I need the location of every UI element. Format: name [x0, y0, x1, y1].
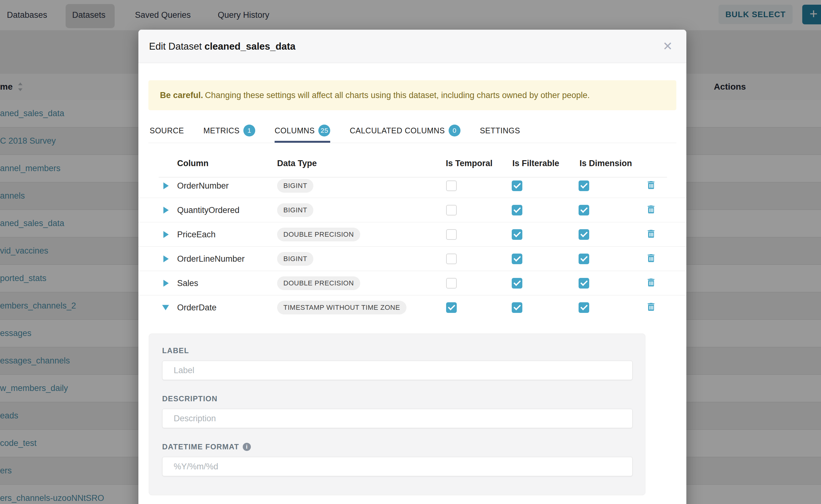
header-column: Column: [177, 149, 209, 177]
is-temporal-checkbox[interactable]: [446, 254, 457, 264]
data-type-pill: BIGINT: [277, 203, 313, 217]
is-dimension-checkbox[interactable]: [579, 180, 589, 191]
delete-column-icon[interactable]: [646, 253, 659, 265]
field-label-text: LABEL: [162, 346, 189, 355]
is-temporal-checkbox[interactable]: [446, 205, 457, 215]
description-input[interactable]: [162, 409, 633, 428]
header-data-type: Data Type: [277, 149, 317, 177]
expand-caret-icon[interactable]: [163, 255, 169, 262]
modal-tabs: SOURCEMETRICS1COLUMNS25CALCULATED COLUMN…: [150, 118, 520, 143]
info-icon[interactable]: i: [243, 443, 251, 451]
warning-banner-text: Changing these settings will affect all …: [205, 91, 590, 100]
is-filterable-checkbox[interactable]: [512, 302, 522, 313]
column-detail-panel: LABELDESCRIPTIONDATETIME FORMATi: [149, 334, 645, 495]
tab-columns[interactable]: COLUMNS25: [274, 118, 330, 143]
data-type-pill: DOUBLE PRECISION: [277, 276, 360, 290]
delete-column-icon[interactable]: [646, 204, 659, 216]
app-root: DatabasesDatasetsSaved QueriesQuery Hist…: [0, 0, 821, 504]
field-label-text: DESCRIPTION: [162, 394, 217, 403]
field-label-label: LABEL: [162, 346, 632, 355]
expand-caret-icon[interactable]: [163, 231, 169, 238]
tab-metrics[interactable]: METRICS1: [203, 118, 255, 143]
is-dimension-checkbox[interactable]: [579, 302, 589, 313]
columns-table-body: OrderNumberBIGINTQuantityOrderedBIGINTPr…: [138, 174, 686, 320]
tab-calculated-columns[interactable]: CALCULATED COLUMNS0: [349, 118, 460, 143]
label-input[interactable]: [162, 361, 633, 380]
tab-label: SETTINGS: [480, 126, 520, 135]
data-type-pill: TIMESTAMP WITHOUT TIME ZONE: [277, 301, 406, 314]
column-row-sales: SalesDOUBLE PRECISION: [138, 271, 686, 295]
tab-label: SOURCE: [150, 126, 184, 135]
field-label-text: DATETIME FORMAT: [162, 442, 239, 451]
expand-caret-icon[interactable]: [163, 182, 169, 189]
warning-banner-bold: Be careful.: [160, 91, 203, 100]
is-filterable-checkbox[interactable]: [512, 278, 522, 289]
modal-title-dataset-name: cleaned_sales_data: [205, 41, 295, 52]
header-is-filterable: Is Filterable: [512, 149, 559, 177]
delete-column-icon[interactable]: [646, 228, 659, 241]
columns-table-header: Column Data Type Is Temporal Is Filterab…: [138, 149, 686, 177]
column-name: OrderDate: [177, 303, 216, 313]
column-name: QuantityOrdered: [177, 205, 240, 215]
tab-count-badge: 25: [318, 125, 330, 136]
tab-label: CALCULATED COLUMNS: [349, 126, 445, 135]
is-temporal-checkbox[interactable]: [446, 278, 457, 289]
data-type-pill: BIGINT: [277, 179, 313, 193]
tab-count-badge: 0: [449, 125, 461, 136]
is-filterable-checkbox[interactable]: [512, 205, 522, 215]
data-type-pill: BIGINT: [277, 252, 313, 266]
warning-banner: Be careful.Changing these settings will …: [148, 80, 676, 110]
collapse-caret-icon[interactable]: [162, 305, 169, 310]
close-icon[interactable]: ✕: [663, 30, 673, 63]
tab-count-badge: 1: [243, 125, 255, 136]
is-filterable-checkbox[interactable]: [512, 254, 522, 264]
column-name: Sales: [177, 278, 198, 288]
expand-caret-icon[interactable]: [163, 207, 169, 214]
column-row-orderlinenumber: OrderLineNumberBIGINT: [138, 247, 686, 271]
is-dimension-checkbox[interactable]: [579, 278, 589, 289]
column-row-quantityordered: QuantityOrderedBIGINT: [138, 198, 686, 222]
modal-title-prefix: Edit Dataset: [149, 41, 202, 52]
data-type-pill: DOUBLE PRECISION: [277, 228, 360, 241]
column-name: OrderNumber: [177, 181, 229, 190]
tabs-divider: [148, 143, 676, 143]
is-filterable-checkbox[interactable]: [512, 229, 522, 240]
column-row-orderdate: OrderDateTIMESTAMP WITHOUT TIME ZONE: [138, 295, 686, 320]
delete-column-icon[interactable]: [646, 301, 659, 314]
datetime-format-input[interactable]: [162, 457, 633, 476]
field-label-description: DESCRIPTION: [162, 394, 632, 403]
is-temporal-checkbox[interactable]: [446, 180, 457, 191]
is-filterable-checkbox[interactable]: [512, 180, 522, 191]
modal-title: Edit Dataset cleaned_sales_data: [149, 30, 295, 63]
column-row-priceeach: PriceEachDOUBLE PRECISION: [138, 222, 686, 247]
is-dimension-checkbox[interactable]: [579, 205, 589, 215]
is-temporal-checkbox[interactable]: [446, 302, 457, 313]
column-name: PriceEach: [177, 230, 215, 239]
is-dimension-checkbox[interactable]: [579, 254, 589, 264]
is-dimension-checkbox[interactable]: [579, 229, 589, 240]
column-name: OrderLineNumber: [177, 254, 245, 264]
delete-column-icon[interactable]: [646, 277, 659, 289]
delete-column-icon[interactable]: [646, 180, 659, 192]
header-is-temporal: Is Temporal: [446, 149, 493, 177]
tab-label: METRICS: [203, 126, 240, 135]
tab-label: COLUMNS: [274, 126, 315, 135]
expand-caret-icon[interactable]: [163, 280, 169, 287]
header-is-dimension: Is Dimension: [580, 149, 632, 177]
modal-header: Edit Dataset cleaned_sales_data ✕: [138, 30, 686, 63]
is-temporal-checkbox[interactable]: [446, 229, 457, 240]
column-row-ordernumber: OrderNumberBIGINT: [138, 174, 686, 198]
tab-settings[interactable]: SETTINGS: [480, 118, 520, 143]
edit-dataset-modal: Edit Dataset cleaned_sales_data ✕ Be car…: [138, 30, 686, 504]
tab-source[interactable]: SOURCE: [150, 118, 184, 143]
field-label-datetime-format: DATETIME FORMATi: [162, 442, 632, 451]
